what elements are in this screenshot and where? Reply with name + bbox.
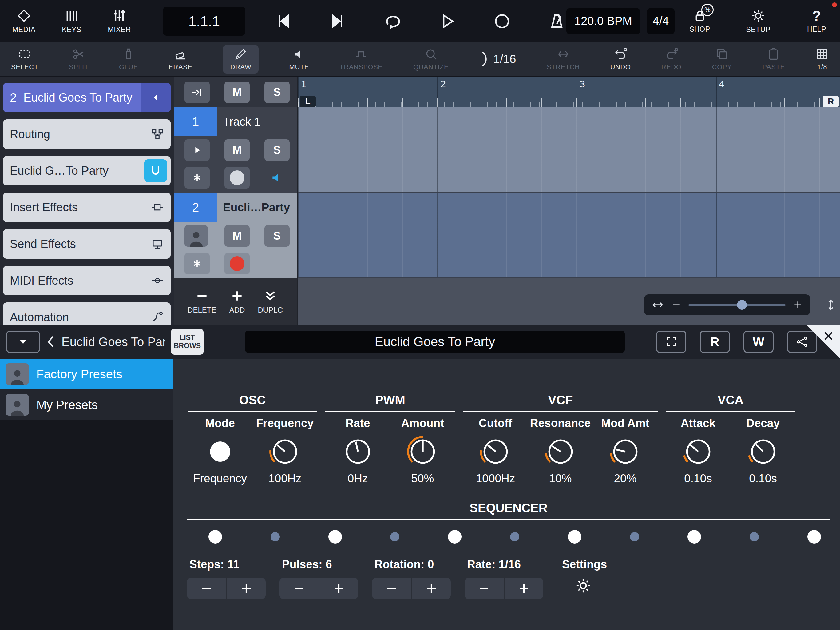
bpm-display[interactable]: 120.0 BPM bbox=[566, 8, 640, 35]
track-1-monitor-button[interactable] bbox=[185, 139, 210, 161]
keys-button[interactable]: KEYS bbox=[55, 2, 88, 41]
inspector-item-insert-effects[interactable]: Insert Effects bbox=[3, 193, 171, 222]
steps-decrement-button[interactable] bbox=[187, 578, 226, 599]
editor-dropdown-button[interactable] bbox=[6, 331, 40, 353]
loop-button[interactable] bbox=[383, 12, 402, 31]
automation-write-button[interactable]: W bbox=[744, 331, 774, 353]
vca-attack-knob[interactable] bbox=[681, 435, 715, 469]
quantize-tool[interactable]: QUANTIZE bbox=[413, 47, 448, 71]
osc-mode-knob[interactable] bbox=[203, 435, 237, 469]
vertical-zoom-button[interactable] bbox=[822, 294, 839, 316]
stretch-tool[interactable]: STRETCH bbox=[547, 47, 579, 71]
track-2-freeze-button[interactable] bbox=[185, 253, 210, 274]
sequencer-step-inactive[interactable] bbox=[630, 532, 639, 541]
delete-track-button[interactable]: DELETE bbox=[188, 289, 216, 314]
track-1-mute-button[interactable]: M bbox=[224, 139, 249, 161]
left-locator-flag[interactable]: L bbox=[300, 96, 316, 108]
sequencer-step-active[interactable] bbox=[568, 530, 581, 544]
rotation-increment-button[interactable] bbox=[411, 578, 451, 599]
play-button[interactable] bbox=[438, 12, 457, 31]
timeline-ruler[interactable]: 1 2 3 4 bbox=[298, 77, 840, 108]
inspector-item-midi-effects[interactable]: MIDI Effects bbox=[3, 266, 171, 295]
master-solo-button[interactable]: S bbox=[264, 82, 290, 103]
track-row[interactable]: 1 Track 1 M S bbox=[174, 108, 297, 193]
mixer-button[interactable]: MIXER bbox=[103, 2, 136, 41]
vcf-resonance-knob[interactable] bbox=[543, 435, 578, 469]
track-1-solo-button[interactable]: S bbox=[264, 139, 290, 161]
locate-marker-button[interactable] bbox=[185, 82, 210, 103]
osc-frequency-knob[interactable] bbox=[268, 435, 302, 469]
vcf-cutoff-knob[interactable] bbox=[479, 435, 513, 469]
undo-button[interactable]: UNDO bbox=[610, 47, 631, 71]
track-row-selected[interactable]: 2 Eucli…Party M S bbox=[174, 193, 297, 279]
track-2-number[interactable]: 2 bbox=[174, 193, 217, 222]
pulses-decrement-button[interactable] bbox=[279, 578, 319, 599]
sequencer-step-active[interactable] bbox=[687, 530, 701, 544]
inspector-item-routing[interactable]: Routing bbox=[3, 119, 171, 149]
inspector-item-send-effects[interactable]: Send Effects bbox=[3, 229, 171, 259]
track-1-number[interactable]: 1 bbox=[174, 108, 217, 136]
vcf-mod-amt-knob[interactable] bbox=[608, 435, 642, 469]
quantize-value-selector[interactable]: 1/16 bbox=[479, 51, 516, 67]
track-2-lane[interactable] bbox=[298, 193, 840, 279]
sequencer-settings-button[interactable] bbox=[557, 577, 609, 594]
fullscreen-button[interactable] bbox=[656, 331, 686, 353]
paste-button[interactable]: PASTE bbox=[763, 47, 785, 71]
inspector-item-instrument[interactable]: Euclid G…To Party bbox=[3, 156, 171, 185]
skip-forward-button[interactable] bbox=[328, 12, 347, 31]
setup-button[interactable]: SETUP bbox=[740, 2, 777, 41]
skip-back-button[interactable] bbox=[274, 12, 293, 31]
glue-tool[interactable]: GLUE bbox=[119, 47, 138, 71]
media-button[interactable]: MEDIA bbox=[7, 2, 40, 41]
rotation-decrement-button[interactable] bbox=[372, 578, 411, 599]
inspector-item-automation[interactable]: Automation bbox=[3, 302, 171, 325]
breadcrumb[interactable]: Euclid Goes To Party bbox=[62, 335, 166, 349]
vca-decay-knob[interactable] bbox=[746, 435, 780, 469]
right-locator-flag[interactable]: R bbox=[823, 96, 839, 108]
track-2-solo-button[interactable]: S bbox=[264, 225, 290, 247]
metronome-button[interactable] bbox=[547, 12, 566, 31]
copy-button[interactable]: COPY bbox=[712, 47, 732, 71]
sequencer-step-inactive[interactable] bbox=[510, 532, 519, 541]
track-1-freeze-button[interactable] bbox=[185, 167, 210, 188]
preset-item-factory[interactable]: Factory Presets bbox=[0, 359, 173, 389]
track-1-output-button[interactable] bbox=[264, 167, 290, 188]
rate-increment-button[interactable] bbox=[504, 578, 543, 599]
pulses-increment-button[interactable] bbox=[319, 578, 358, 599]
time-signature-display[interactable]: 4/4 bbox=[647, 8, 674, 35]
grid-value-selector[interactable]: 1/8 bbox=[815, 47, 829, 71]
steps-increment-button[interactable] bbox=[226, 578, 266, 599]
track-1-record-arm-button[interactable] bbox=[224, 167, 249, 188]
preset-item-my-presets[interactable]: My Presets bbox=[0, 389, 173, 420]
select-tool[interactable]: SELECT bbox=[11, 47, 38, 71]
track-2-avatar[interactable] bbox=[185, 225, 208, 247]
split-tool[interactable]: SPLIT bbox=[69, 47, 88, 71]
automation-read-button[interactable]: R bbox=[700, 331, 730, 353]
help-button[interactable]: ? HELP bbox=[798, 2, 835, 41]
track-2-record-arm-button[interactable] bbox=[224, 253, 249, 274]
record-button[interactable] bbox=[493, 12, 512, 31]
patch-title-display[interactable]: Euclid Goes To Party bbox=[245, 331, 625, 353]
redo-button[interactable]: REDO bbox=[662, 47, 682, 71]
duplicate-track-button[interactable]: DUPLC bbox=[258, 289, 283, 314]
master-mute-button[interactable]: M bbox=[224, 82, 249, 103]
close-editor-button[interactable] bbox=[806, 325, 840, 359]
arrangement-timeline[interactable]: 1 2 3 4 L R bbox=[298, 77, 840, 325]
zoom-slider-thumb[interactable] bbox=[737, 300, 747, 310]
erase-tool[interactable]: ERASE bbox=[169, 47, 192, 71]
transpose-tool[interactable]: TRANSPOSE bbox=[339, 47, 382, 71]
pwm-amount-knob[interactable] bbox=[406, 435, 440, 469]
track-2-name[interactable]: Eucli…Party bbox=[223, 193, 294, 222]
collapse-inspector-button[interactable] bbox=[141, 83, 171, 112]
sequencer-step-active[interactable] bbox=[807, 530, 821, 544]
track-1-lane[interactable] bbox=[298, 108, 840, 193]
sequencer-step-inactive[interactable] bbox=[271, 532, 280, 541]
zoom-slider[interactable] bbox=[688, 304, 786, 306]
inspector-track-header[interactable]: 2 Euclid Goes To Party bbox=[3, 83, 171, 112]
add-track-button[interactable]: ADD bbox=[229, 289, 245, 314]
shop-button[interactable]: % SHOP bbox=[681, 2, 718, 41]
position-display[interactable]: 1.1.1 bbox=[163, 7, 245, 36]
track-2-mute-button[interactable]: M bbox=[224, 225, 249, 247]
sequencer-step-inactive[interactable] bbox=[750, 532, 759, 541]
mute-tool[interactable]: MUTE bbox=[289, 47, 309, 71]
